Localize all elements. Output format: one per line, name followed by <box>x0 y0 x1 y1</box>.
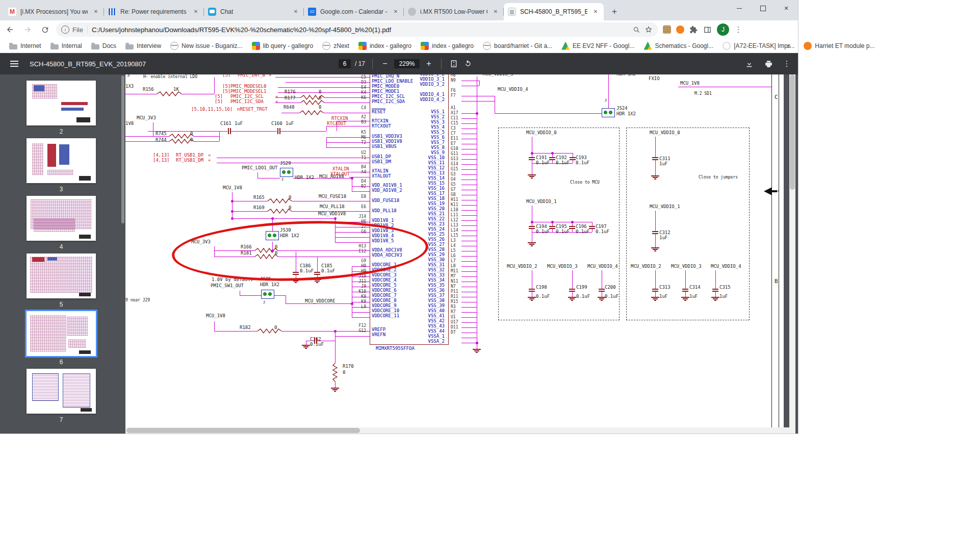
tab-inactive[interactable]: Chat✕ <box>204 3 304 20</box>
zoom-level-input[interactable]: 229% <box>394 59 420 68</box>
horizontal-scrollbar-thumb[interactable] <box>126 428 360 433</box>
schematic-wire <box>326 137 327 147</box>
url-text[interactable]: C:/Users/johnstephanou/Downloads/RT595-E… <box>92 26 629 34</box>
page-thumbnail[interactable] <box>27 253 96 298</box>
page-thumbnail[interactable] <box>27 138 96 183</box>
chip-pin-number: D7 <box>451 330 456 335</box>
chip-pin-net: VSS_44 <box>393 328 445 334</box>
schematic-text: [4,13] <box>153 152 170 158</box>
chip-pin-net: VSS_20 <box>393 206 445 211</box>
tab-close-button[interactable]: ✕ <box>591 8 600 16</box>
tab-inactive[interactable]: i.MX RT500 Low-Power Crossov...✕ <box>404 3 504 20</box>
zoom-in-button[interactable]: + <box>424 59 434 68</box>
profile-avatar[interactable]: J <box>717 23 729 36</box>
back-button[interactable] <box>3 22 17 37</box>
browser-menu-icon[interactable]: ⋮ <box>734 25 742 34</box>
bookmark-label: Internal <box>62 42 82 49</box>
bookmark-item[interactable]: Interview <box>121 41 165 51</box>
tab-active[interactable]: SCH-45800_B_RT595_EVK_2019...✕ <box>504 3 604 20</box>
zoom-lens-icon[interactable] <box>633 26 640 34</box>
capacitor-plate <box>314 338 315 344</box>
tab-close-button[interactable]: ✕ <box>492 8 500 16</box>
pdf-menu-icon[interactable] <box>10 61 18 62</box>
chip-pin-number: F7 <box>451 93 456 98</box>
schematic-text: R156 <box>143 87 154 92</box>
print-button[interactable] <box>763 59 773 69</box>
tab-close-button[interactable]: ✕ <box>92 8 100 16</box>
bookmark-item[interactable]: New issue - Buganiz... <box>166 40 246 52</box>
horizontal-scrollbar[interactable] <box>125 427 789 434</box>
page-thumbnail[interactable] <box>27 369 96 414</box>
bookmark-item[interactable]: Harriet ET module p... <box>800 40 879 52</box>
pdf-page[interactable]: PMIC_IRQ_ND5PMIC_LDO_ENABLEC5PMIC_MODE0D… <box>125 74 784 427</box>
bookmark-star-icon[interactable] <box>644 26 653 34</box>
bookmark-item[interactable]: Docs <box>87 41 120 51</box>
page-thumbnail[interactable] <box>27 311 96 356</box>
schematic-wire <box>461 210 477 211</box>
bookmark-item[interactable]: EE EV2 NFF - Googl... <box>557 40 638 52</box>
schematic-wire <box>461 256 477 257</box>
chip-pin-number: G14 <box>451 162 458 167</box>
pdf-more-options-icon[interactable]: ⋮ <box>783 59 791 68</box>
tab-inactive[interactable]: Google.com - Calendar - Janua...✕ <box>304 3 404 20</box>
header-pin-icon <box>282 170 286 174</box>
bookmark-item[interactable]: zNext <box>318 40 353 52</box>
chip-pin-net: VSS_1 <box>393 109 445 114</box>
tab-inactive[interactable]: [i.MX Processors] You were men...✕ <box>4 3 104 20</box>
forward-button[interactable] <box>20 22 35 37</box>
schematic-wire <box>715 270 716 285</box>
page-number-input[interactable]: 6 <box>339 59 351 68</box>
tab-close-button[interactable]: ✕ <box>192 8 200 16</box>
page-info-icon[interactable]: i <box>61 26 69 34</box>
resistor-symbol <box>169 139 194 144</box>
chip-pin-net: VDDIO_3_2 <box>393 82 445 87</box>
schematic-wire <box>461 236 477 236</box>
bookmarks-overflow-button[interactable]: » <box>787 42 791 50</box>
extension-icon-a[interactable] <box>663 26 671 34</box>
chip-pin-number: J9 <box>352 284 366 289</box>
tab-title: Google.com - Calendar - Janua... <box>320 8 388 15</box>
bookmark-item[interactable]: index - gallegro <box>354 40 416 52</box>
schematic-text: C199 <box>576 285 587 290</box>
page-thumbnail[interactable] <box>27 196 96 241</box>
new-tab-button[interactable]: + <box>608 5 621 18</box>
drive-icon <box>561 42 570 50</box>
vertical-scrollbar-thumb[interactable] <box>790 74 795 190</box>
extensions-puzzle-icon[interactable] <box>689 26 698 34</box>
bookmark-item[interactable]: board/harriet - Git a... <box>479 40 556 52</box>
page-thumbnail[interactable] <box>27 81 96 125</box>
download-button[interactable] <box>744 59 754 69</box>
reload-button[interactable] <box>38 22 52 37</box>
rotate-button[interactable] <box>463 59 473 69</box>
tab-inactive[interactable]: Re: Power requirements for VDI...✕ <box>104 3 204 20</box>
sidebar-scrollbar-thumb[interactable] <box>121 75 124 223</box>
globe-icon <box>483 42 491 50</box>
tab-close-button[interactable]: ✕ <box>392 8 400 16</box>
junction-dot <box>271 217 274 220</box>
zoom-out-button[interactable]: − <box>380 59 390 68</box>
schematic-text: C198 <box>536 285 547 290</box>
bookmark-item[interactable]: Internet <box>5 41 45 51</box>
side-panel-icon[interactable] <box>703 26 712 34</box>
ground-icon <box>316 282 318 283</box>
chip-pin-number: G4 <box>451 177 456 182</box>
capacitor-plate <box>529 157 535 158</box>
schematic-wire <box>275 103 301 103</box>
circle-icon <box>723 42 731 50</box>
bookmark-item[interactable]: Schematics - Googl... <box>639 40 717 52</box>
fit-page-button[interactable] <box>449 59 459 69</box>
close-button[interactable]: ✕ <box>775 0 798 16</box>
bookmark-item[interactable]: lib query - gallegro <box>248 40 318 52</box>
address-bar[interactable]: i File C:/Users/johnstephanou/Downloads/… <box>56 22 658 37</box>
bookmark-item[interactable]: Internal <box>46 41 86 51</box>
minimize-button[interactable] <box>728 0 751 16</box>
extension-icon-b[interactable] <box>676 26 684 34</box>
vertical-scrollbar[interactable] <box>789 74 795 434</box>
maximize-button[interactable] <box>751 0 775 16</box>
schematic-wire <box>352 312 370 313</box>
schematic-wire <box>461 287 477 287</box>
tab-close-button[interactable]: ✕ <box>292 8 300 16</box>
chip-pin-number: M11 <box>451 269 458 274</box>
ground-icon <box>302 345 310 346</box>
bookmark-item[interactable]: index - gallegro <box>417 40 478 52</box>
